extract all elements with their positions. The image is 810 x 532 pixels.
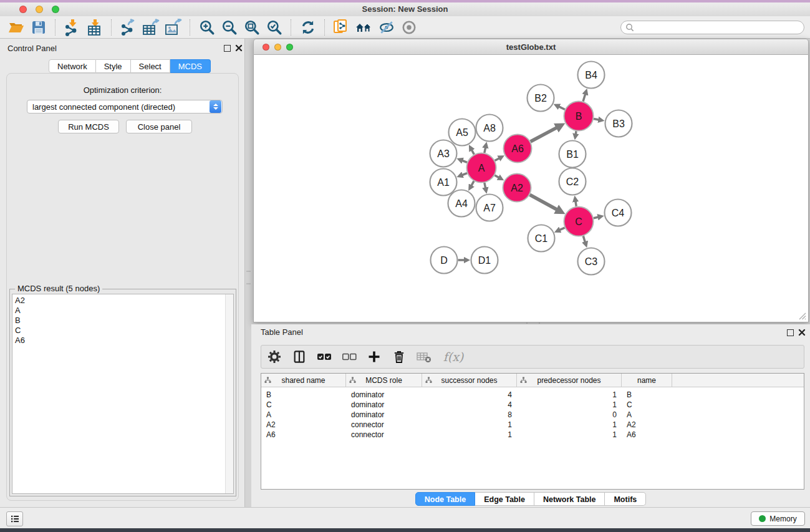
tab-mcds[interactable]: MCDS [170,59,211,73]
search-input[interactable] [637,22,804,32]
node-B2[interactable]: B2 [528,85,554,112]
edge-A-A5[interactable] [471,149,474,154]
column-header-name[interactable]: name [622,374,672,387]
open-session-button[interactable] [5,18,27,37]
tab-select[interactable]: Select [131,59,170,73]
edge-A-A4[interactable] [471,181,474,186]
edge-A-A7[interactable] [485,183,486,188]
tab-network-table[interactable]: Network Table [534,492,605,506]
zoom-fit-button[interactable] [241,18,263,37]
show-graphics-details-button[interactable] [398,18,420,37]
add-column-button[interactable] [366,349,382,365]
table-row[interactable]: A6connector11A6 [261,430,804,440]
edge-C-C4[interactable] [594,217,599,218]
node-A3[interactable]: A3 [430,140,457,167]
float-panel-icon[interactable] [224,45,231,52]
search-field[interactable] [620,21,804,34]
tab-motifs[interactable]: Motifs [605,492,646,506]
node-A[interactable]: A [467,153,496,183]
tab-edge-table[interactable]: Edge Table [475,492,534,506]
node-C1[interactable]: C1 [528,225,555,252]
result-item[interactable]: C [12,326,233,336]
node-C[interactable]: C [564,207,594,236]
delete-column-button[interactable] [391,349,407,365]
table-row[interactable]: Cdominator41C [261,400,804,410]
resize-grip-icon[interactable] [798,311,806,320]
network-graph[interactable]: B4B2BB3A5A8A6A3B1AA1C2A2A4A7CC4C1C3DD1 [254,55,808,322]
node-A2[interactable]: A2 [503,174,531,202]
import-table-button[interactable] [84,18,106,37]
task-history-button[interactable] [6,511,23,526]
export-network-button[interactable] [117,18,140,37]
edge-A2-C[interactable] [530,195,558,210]
node-A5[interactable]: A5 [449,119,476,146]
select-all-button[interactable] [316,349,332,365]
edge-A-A6[interactable] [495,158,500,160]
result-item[interactable]: A2 [12,296,233,306]
zoom-in-button[interactable] [196,18,218,37]
node-A1[interactable]: A1 [430,169,457,196]
deselect-all-button[interactable] [341,349,357,365]
result-item[interactable]: A [12,306,233,316]
tab-network[interactable]: Network [49,59,96,73]
edge-C-C3[interactable] [583,236,585,243]
function-builder-button[interactable]: f(x) [441,349,466,365]
node-B3[interactable]: B3 [605,110,632,137]
float-table-panel-icon[interactable] [787,329,794,336]
table-row[interactable]: Adominator80A [261,410,804,420]
vertical-split-handle[interactable] [246,271,251,284]
refresh-button[interactable] [297,18,319,37]
network-window-titlebar[interactable]: testGlobe.txt [253,39,809,55]
node-B[interactable]: B [564,102,594,131]
table-row[interactable]: A2connector11A2 [261,420,804,430]
close-panel-icon[interactable] [235,44,243,52]
node-B1[interactable]: B1 [559,141,586,168]
result-item[interactable]: B [12,316,233,326]
export-table-button[interactable] [140,18,162,37]
edge-A-A1[interactable] [461,173,467,175]
export-image-button[interactable] [162,18,185,37]
node-A4[interactable]: A4 [448,190,475,217]
criterion-dropdown[interactable]: largest connected component (directed) [27,100,223,114]
memory-button[interactable]: Memory [751,511,805,526]
edge-A6-B[interactable] [531,127,558,142]
save-session-button[interactable] [27,18,50,37]
edge-A-A3[interactable] [461,160,467,162]
node-A7[interactable]: A7 [476,195,503,221]
edge-C-C1[interactable] [559,228,564,230]
result-scrollbar[interactable] [225,294,233,493]
hide-graphics-details-button[interactable] [375,18,398,37]
column-view-button[interactable] [291,349,307,365]
edge-A-A8[interactable] [485,147,486,153]
edge-B-B2[interactable] [558,106,565,109]
table-options-button[interactable] [266,349,282,365]
edge-A-A2[interactable] [494,175,499,178]
tab-node-table[interactable]: Node Table [415,492,475,506]
result-item[interactable]: A6 [12,336,233,346]
node-D[interactable]: D [431,247,458,274]
network-canvas[interactable]: B4B2BB3A5A8A6A3B1AA1C2A2A4A7CC4C1C3DD1 [253,55,809,322]
node-C2[interactable]: C2 [559,168,586,195]
edge-B-B1[interactable] [576,131,576,135]
mcds-result-list[interactable]: A2ABCA6 [12,294,234,494]
node-table[interactable]: shared nameMCDS rolesuccessor nodesprede… [261,373,804,490]
zoom-selected-button[interactable] [263,18,286,37]
first-neighbors-button[interactable] [353,18,375,37]
node-C4[interactable]: C4 [605,200,632,226]
edge-C-C2[interactable] [576,201,576,206]
import-network-button[interactable] [61,18,84,37]
delete-table-button[interactable] [416,349,432,365]
node-B4[interactable]: B4 [578,62,605,89]
zoom-out-button[interactable] [218,18,241,37]
tab-style[interactable]: Style [96,59,131,73]
node-C3[interactable]: C3 [578,248,605,275]
run-mcds-button[interactable]: Run MCDS [58,120,119,133]
close-table-panel-icon[interactable] [798,329,806,336]
table-row[interactable]: Bdominator41B [261,390,804,400]
edge-B-B4[interactable] [583,94,586,102]
column-header-successor-nodes[interactable]: successor nodes [422,374,517,387]
column-header-shared-name[interactable]: shared name [261,374,346,387]
close-panel-button[interactable]: Close panel [126,120,192,133]
edge-B-B3[interactable] [594,119,599,120]
node-D1[interactable]: D1 [471,247,498,274]
